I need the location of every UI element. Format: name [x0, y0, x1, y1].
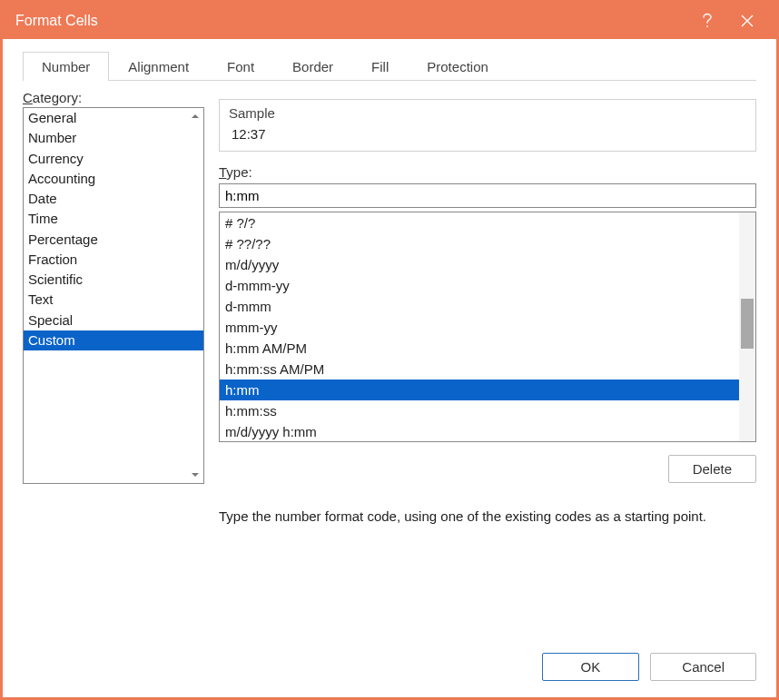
type-item[interactable]: d-mmm: [220, 296, 755, 317]
category-item[interactable]: Special: [24, 311, 203, 330]
category-item[interactable]: Time: [24, 209, 203, 229]
category-column: Category: GeneralNumberCurrencyAccountin…: [23, 90, 204, 635]
dialog-footer: OK Cancel: [23, 635, 756, 681]
type-item[interactable]: m/d/yyyy h:mm: [220, 421, 755, 442]
category-item[interactable]: Number: [24, 128, 203, 148]
type-item[interactable]: h:mm:ss: [220, 400, 755, 421]
sample-box: Sample 12:37: [219, 99, 756, 152]
tab-content: Category: GeneralNumberCurrencyAccountin…: [23, 90, 756, 635]
type-item[interactable]: d-mmm-yy: [220, 275, 755, 296]
tab-font[interactable]: Font: [208, 52, 273, 80]
type-item[interactable]: h:mm:ss AM/PM: [220, 359, 755, 380]
ok-button[interactable]: OK: [542, 653, 640, 681]
cancel-button[interactable]: Cancel: [650, 653, 756, 681]
tab-protection[interactable]: Protection: [408, 52, 508, 80]
tab-border[interactable]: Border: [273, 52, 352, 80]
type-item[interactable]: # ??/??: [220, 233, 755, 254]
help-icon[interactable]: [687, 3, 727, 39]
category-listbox[interactable]: GeneralNumberCurrencyAccountingDateTimeP…: [23, 107, 204, 484]
category-item[interactable]: Text: [24, 290, 203, 310]
category-label-rest: ategory:: [33, 90, 82, 105]
type-item[interactable]: h:mm AM/PM: [220, 338, 755, 359]
svg-point-0: [706, 25, 708, 27]
category-item[interactable]: Percentage: [24, 230, 203, 250]
titlebar: Format Cells: [3, 3, 776, 39]
tabs-bar: NumberAlignmentFontBorderFillProtection: [23, 52, 756, 81]
window-title: Format Cells: [15, 13, 687, 29]
type-item[interactable]: m/d/yyyy: [220, 254, 755, 275]
category-label: Category:: [23, 90, 204, 105]
delete-row: Delete: [219, 455, 756, 483]
category-item[interactable]: Accounting: [24, 169, 203, 189]
category-item[interactable]: Custom: [24, 330, 203, 350]
category-item[interactable]: Fraction: [24, 250, 203, 270]
category-item[interactable]: General: [24, 108, 203, 128]
category-item[interactable]: Currency: [24, 149, 203, 169]
sample-value: 12:37: [229, 126, 746, 142]
tab-fill[interactable]: Fill: [352, 52, 408, 80]
type-item[interactable]: h:mm: [220, 380, 755, 400]
type-input[interactable]: [219, 183, 756, 208]
format-cells-dialog: Format Cells NumberAlignmentFontBorderFi…: [0, 0, 779, 700]
type-item[interactable]: # ?/?: [220, 212, 755, 233]
scroll-up-icon[interactable]: [187, 108, 203, 124]
sample-label: Sample: [229, 105, 746, 121]
type-label-rest: ype:: [226, 164, 251, 180]
hint-text: Type the number format code, using one o…: [219, 508, 756, 524]
category-item[interactable]: Scientific: [24, 270, 203, 290]
scroll-down-icon[interactable]: [187, 467, 203, 483]
close-icon[interactable]: [727, 3, 767, 39]
delete-button[interactable]: Delete: [668, 455, 756, 483]
type-listbox[interactable]: # ?/?# ??/??m/d/yyyyd-mmm-yyd-mmmmmm-yyh…: [219, 212, 756, 442]
type-item[interactable]: mmm-yy: [220, 317, 755, 338]
category-item[interactable]: Date: [24, 189, 203, 209]
type-scrollbar-thumb[interactable]: [741, 299, 754, 349]
tab-number[interactable]: Number: [23, 52, 109, 80]
settings-column: Sample 12:37 Type: # ?/?# ??/??m/d/yyyyd…: [219, 90, 756, 635]
category-label-underline: C: [23, 90, 33, 105]
tab-alignment[interactable]: Alignment: [109, 52, 208, 80]
type-label: Type:: [219, 164, 756, 180]
dialog-body: NumberAlignmentFontBorderFillProtection …: [3, 39, 776, 697]
